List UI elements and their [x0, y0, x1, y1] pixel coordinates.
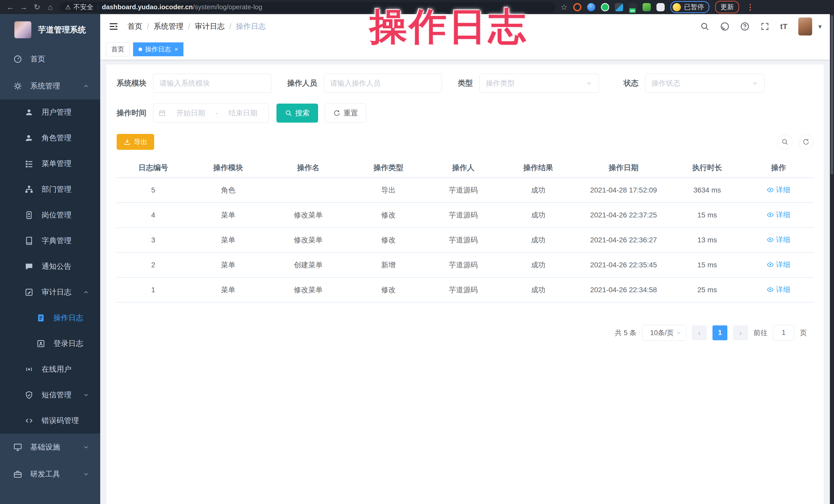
extension-icon-stack-on[interactable]: on	[629, 3, 637, 11]
sidebar-item-role-mgmt[interactable]: 角色管理	[0, 125, 100, 151]
github-icon[interactable]	[720, 22, 729, 31]
puzzle-extensions-icon[interactable]	[656, 3, 665, 11]
table-row: 4 菜单 修改菜单 修改 芋道源码 成功 2021-04-26 22:37:25…	[117, 202, 813, 227]
goto-page-input[interactable]	[773, 325, 794, 341]
sidebar-item-audit-log[interactable]: 审计日志	[0, 279, 100, 305]
operator-input[interactable]	[330, 79, 436, 87]
chevron-down-icon	[586, 80, 592, 87]
active-dot-icon	[138, 47, 142, 51]
start-date-placeholder: 开始日期	[170, 108, 211, 118]
sidebar-item-post-mgmt[interactable]: 岗位管理	[0, 202, 100, 228]
extension-icon-green-v[interactable]	[601, 3, 609, 11]
sidebar-item-dict-mgmt[interactable]: 字典管理	[0, 228, 100, 254]
sidebar-item-user-mgmt[interactable]: 用户管理	[0, 100, 100, 125]
eye-icon	[767, 211, 774, 218]
tag-home[interactable]: 首页	[106, 42, 130, 56]
sidebar-item-system-mgmt[interactable]: 系统管理	[0, 72, 100, 100]
back-icon[interactable]: ←	[4, 0, 17, 14]
sidebar: 芋道管理系统 首页 系统管理 用户管理 角色管理 菜单管理 部门管理	[0, 14, 100, 504]
sidebar-item-error-code-mgmt[interactable]: 错误码管理	[0, 408, 100, 434]
date-range-picker[interactable]: 开始日期 - 结束日期	[153, 104, 269, 123]
pagination: 共 5 条 10条/页 ‹ 1 › 前往 页	[117, 325, 813, 341]
detail-link[interactable]: 详细	[767, 185, 790, 195]
browser-menu-icon[interactable]: ⋮	[746, 3, 754, 12]
divider	[97, 4, 98, 10]
dashboard-icon	[13, 55, 22, 64]
table-row: 2 菜单 创建菜单 新增 芋道源码 成功 2021-04-26 22:35:45…	[117, 253, 813, 277]
scrollbar-thumb[interactable]	[831, 15, 833, 175]
sidebar-item-notice[interactable]: 通知公告	[0, 254, 100, 279]
paused-extension-badge[interactable]: 已暂停	[670, 1, 709, 13]
sidebar-item-dept-mgmt[interactable]: 部门管理	[0, 177, 100, 202]
browser-update-button[interactable]: 更新	[715, 1, 739, 13]
caret-down-icon[interactable]: ▾	[818, 23, 822, 30]
gear-icon	[13, 82, 22, 90]
table-row: 3 菜单 修改菜单 修改 芋道源码 成功 2021-04-26 22:36:27…	[117, 227, 813, 253]
bookmark-star-icon[interactable]: ☆	[561, 3, 568, 12]
help-icon[interactable]	[740, 22, 749, 31]
status-select[interactable]: 操作状态	[645, 74, 765, 93]
sidebar-item-infrastructure[interactable]: 基础设施	[0, 434, 100, 461]
sidebar-item-sms-mgmt[interactable]: 短信管理	[0, 382, 100, 408]
search-button[interactable]: 搜索	[277, 104, 318, 123]
audit-log-icon	[25, 288, 34, 297]
detail-link[interactable]: 详细	[767, 210, 790, 220]
extension-icon-pin[interactable]	[587, 3, 595, 11]
breadcrumb: 首页 / 系统管理 / 审计日志 / 操作日志	[128, 21, 266, 31]
logo-image	[15, 21, 31, 38]
sidebar-item-login-log[interactable]: 登录日志	[0, 331, 100, 356]
breadcrumb-system-mgmt[interactable]: 系统管理	[154, 21, 183, 31]
module-input[interactable]	[159, 79, 265, 87]
page-scrollbar[interactable]	[830, 14, 834, 504]
reset-button[interactable]: 重置	[325, 104, 366, 123]
prev-page-button[interactable]: ‹	[692, 325, 707, 340]
reload-icon[interactable]: ↻	[30, 0, 44, 14]
extension-icon-gem[interactable]	[615, 3, 623, 11]
search-icon[interactable]	[700, 22, 709, 31]
forward-icon[interactable]: →	[17, 0, 30, 14]
chevron-down-icon	[751, 80, 758, 87]
module-input-wrap	[153, 74, 271, 93]
sidebar-item-dev-tools[interactable]: 研发工具	[0, 461, 100, 487]
fullscreen-icon[interactable]	[760, 22, 769, 31]
sidebar-item-operate-log[interactable]: 操作日志	[0, 305, 100, 331]
on-badge: on	[629, 8, 636, 13]
font-size-icon[interactable]: tT	[780, 22, 788, 31]
col-action: 操作	[744, 158, 813, 178]
refresh-table-button[interactable]	[798, 134, 813, 149]
detail-link[interactable]: 详细	[767, 235, 790, 245]
col-result: 操作结果	[500, 158, 576, 178]
sidebar-item-menu-mgmt[interactable]: 菜单管理	[0, 151, 100, 177]
page-1-button[interactable]: 1	[712, 325, 727, 340]
hamburger-icon[interactable]	[108, 21, 119, 31]
export-button[interactable]: 导出	[117, 134, 154, 150]
extension-icon-green-leaf[interactable]	[642, 3, 651, 11]
detail-link[interactable]: 详细	[767, 285, 790, 294]
close-icon[interactable]: ×	[174, 46, 178, 53]
page-size-select[interactable]: 10条/页	[642, 325, 686, 341]
avatar[interactable]	[798, 18, 812, 36]
menu-list-icon	[25, 159, 34, 168]
home-icon[interactable]: ⌂	[44, 0, 57, 14]
url-path: /system/log/operate-log	[193, 3, 262, 11]
sidebar-logo[interactable]: 芋道管理系统	[0, 14, 100, 45]
extension-icon-orange[interactable]	[573, 3, 581, 11]
tag-operate-log[interactable]: 操作日志 ×	[133, 42, 183, 56]
toggle-search-button[interactable]	[777, 134, 792, 149]
breadcrumb-audit-log[interactable]: 审计日志	[195, 21, 224, 31]
next-page-button[interactable]: ›	[733, 325, 748, 340]
chevron-up-icon	[83, 83, 89, 89]
address-bar[interactable]: ⚠ 不安全 dashboard.yudao.iocoder.cn /system…	[60, 2, 555, 12]
col-type: 操作类型	[350, 158, 427, 178]
total-count: 共 5 条	[615, 328, 636, 337]
sidebar-item-home[interactable]: 首页	[0, 45, 100, 72]
browser-toolbar: ← → ↻ ⌂ ⚠ 不安全 dashboard.yudao.iocoder.cn…	[0, 0, 834, 14]
breadcrumb-home[interactable]: 首页	[128, 21, 142, 31]
detail-link[interactable]: 详细	[767, 260, 790, 270]
sidebar-item-online-user[interactable]: 在线用户	[0, 356, 100, 382]
top-navbar: 首页 / 系统管理 / 审计日志 / 操作日志 tT ▾	[100, 14, 830, 39]
calendar-icon	[158, 109, 166, 117]
breadcrumb-separator: /	[229, 22, 231, 31]
type-select[interactable]: 操作类型	[479, 74, 599, 93]
table-header-row: 日志编号 操作模块 操作名 操作类型 操作人 操作结果 操作日期 执行时长 操作	[117, 158, 813, 178]
